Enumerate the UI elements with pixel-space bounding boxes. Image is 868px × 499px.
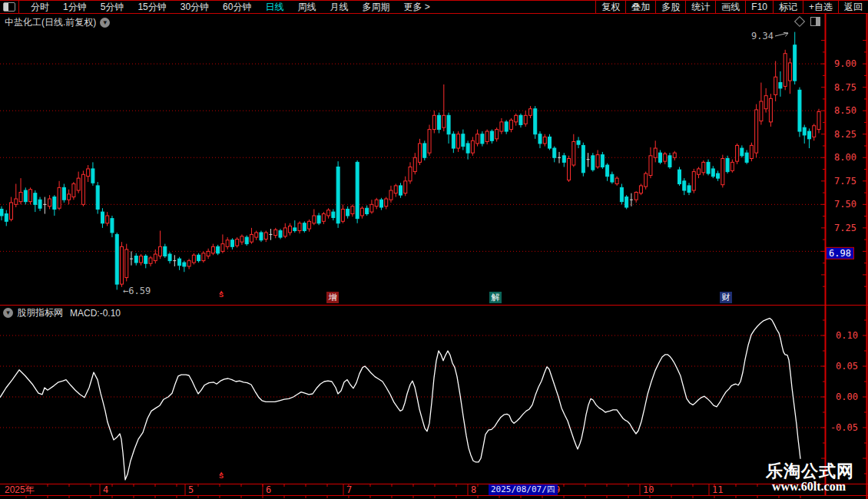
- period-item-5[interactable]: 60分钟: [216, 1, 258, 14]
- candle-body: [202, 253, 205, 261]
- time-axis-label: 8: [471, 484, 476, 495]
- chevron-down-icon[interactable]: ▾: [100, 18, 110, 28]
- split-view-icon[interactable]: [810, 17, 820, 26]
- candle-body: [211, 246, 214, 253]
- chart-title-row: 中盐化工(日线.前复权) ▾: [5, 16, 110, 29]
- panel-window-controls: [796, 17, 820, 26]
- time-axis-label: 4: [103, 484, 108, 495]
- period-item-6[interactable]: 日线: [258, 1, 290, 14]
- candle-body: [572, 142, 575, 166]
- candle-body: [226, 240, 229, 247]
- candle-body: [615, 178, 618, 183]
- chevron-down-icon[interactable]: ▾: [3, 308, 13, 318]
- candle-body: [707, 162, 710, 173]
- period-item-10[interactable]: 更多 >: [396, 1, 436, 14]
- candle-body: [769, 98, 772, 122]
- candle-body: [606, 165, 609, 177]
- period-item-2[interactable]: 5分钟: [94, 1, 131, 14]
- candle-body: [568, 158, 571, 180]
- candle-body: [351, 207, 354, 214]
- candle-body: [639, 186, 642, 193]
- candle-body: [779, 83, 782, 88]
- candle-body: [115, 234, 118, 284]
- period-item-1[interactable]: 1分钟: [56, 1, 94, 14]
- chart-canvas[interactable]: 9.34←6.599.008.758.508.258.007.757.507.2…: [0, 0, 868, 499]
- candle-body: [356, 162, 359, 218]
- candle-body: [509, 120, 512, 129]
- candle-body: [442, 115, 446, 127]
- macd-axis-label: 0.10: [836, 330, 858, 341]
- candle-body: [192, 255, 195, 263]
- candle-body: [490, 131, 493, 140]
- candle-body: [125, 250, 128, 278]
- candle-body: [409, 167, 412, 180]
- candle-body: [394, 186, 397, 193]
- tool-item-1[interactable]: 叠加: [625, 1, 655, 14]
- layout-toggle-button[interactable]: [0, 1, 19, 14]
- time-axis-year-label: 2025年: [5, 484, 35, 495]
- top-toolbar: 分时1分钟5分钟15分钟30分钟60分钟日线周线月线多周期更多 > 复权叠加多股…: [0, 0, 868, 14]
- tool-item-4[interactable]: 画线: [715, 1, 745, 14]
- event-marker-解[interactable]: 解: [489, 292, 502, 303]
- candle-body: [366, 208, 369, 213]
- candle-body: [404, 181, 407, 193]
- candle-body: [654, 148, 657, 157]
- candle-body: [164, 246, 167, 256]
- price-axis-label: 7.50: [834, 199, 856, 210]
- candle-body: [736, 145, 739, 161]
- period-item-9[interactable]: 多周期: [355, 1, 396, 14]
- period-item-8[interactable]: 月线: [323, 1, 355, 14]
- candle-body: [332, 212, 335, 217]
- candle-body: [101, 212, 104, 223]
- tool-item-7[interactable]: +自选: [803, 1, 838, 14]
- candle-body: [428, 130, 431, 154]
- candle-body: [596, 155, 599, 167]
- candle-body: [562, 156, 565, 163]
- event-marker-财[interactable]: 财: [720, 292, 732, 303]
- candle-body: [159, 246, 162, 256]
- event-marker-增[interactable]: 增: [326, 292, 339, 303]
- candle-body: [519, 115, 522, 124]
- candle-body: [29, 190, 32, 202]
- macd-axis-label: 0.05: [836, 361, 858, 372]
- tool-item-2[interactable]: 多股: [655, 1, 685, 14]
- candle-body: [515, 115, 518, 122]
- diamond-icon[interactable]: [794, 16, 805, 27]
- tool-item-3[interactable]: 统计: [685, 1, 715, 14]
- period-item-7[interactable]: 周线: [290, 1, 323, 14]
- tool-item-8[interactable]: 返回: [838, 1, 868, 14]
- candle-body: [87, 169, 90, 177]
- candle-body: [673, 153, 676, 157]
- candle-body: [279, 231, 282, 238]
- candle-body: [274, 230, 277, 235]
- tools-menu: 复权叠加多股统计画线F10标记+自选返回: [595, 1, 868, 14]
- indicator-header: ▾ 股朋指标网 MACD:-0.10: [3, 306, 121, 319]
- candle-body: [774, 77, 777, 94]
- tool-item-5[interactable]: F10: [745, 1, 773, 14]
- period-item-0[interactable]: 分时: [24, 1, 56, 14]
- candle-body: [38, 200, 41, 208]
- candle-body: [524, 115, 527, 124]
- candle-body: [250, 234, 253, 242]
- candle-body: [360, 208, 363, 216]
- tool-item-6[interactable]: 标记: [773, 1, 803, 14]
- candle-body: [634, 192, 638, 200]
- candle-body: [788, 63, 791, 81]
- candle-body: [217, 246, 220, 253]
- candle-body: [313, 216, 316, 223]
- candle-body: [379, 200, 383, 207]
- candle-body: [601, 155, 604, 167]
- period-item-3[interactable]: 15分钟: [131, 1, 173, 14]
- tool-item-0[interactable]: 复权: [595, 1, 625, 14]
- signal-marker[interactable]: ▴S: [217, 471, 225, 478]
- candle-body: [327, 210, 330, 216]
- candle-body: [5, 214, 8, 222]
- period-item-4[interactable]: 30分钟: [174, 1, 216, 14]
- candle-body: [534, 109, 537, 134]
- candle-body: [72, 183, 75, 197]
- signal-marker[interactable]: ▴S: [217, 289, 225, 297]
- candle-body: [543, 137, 546, 144]
- macd-line: [0, 319, 800, 480]
- time-axis-label: 5: [188, 484, 194, 495]
- candle-body: [658, 153, 661, 162]
